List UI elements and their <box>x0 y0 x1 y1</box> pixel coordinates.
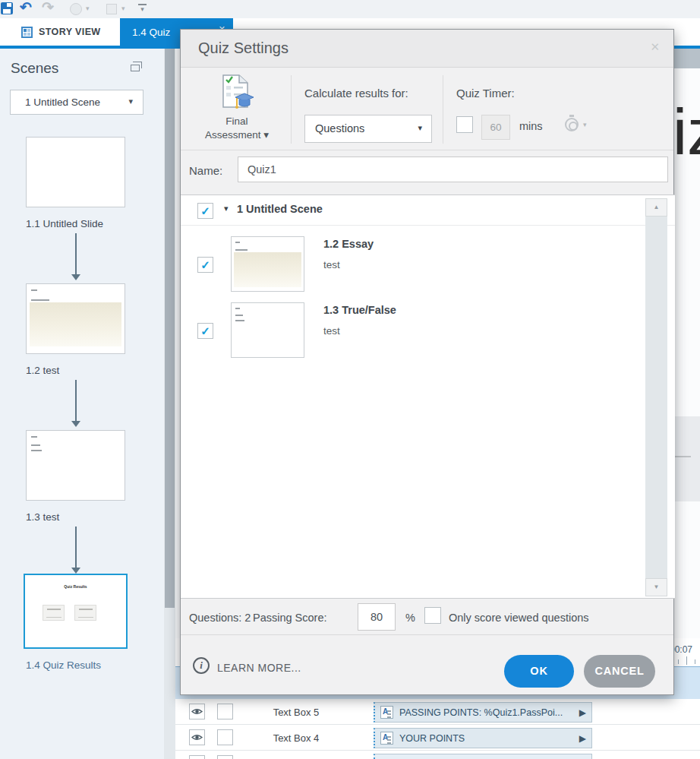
timeline-object-name[interactable]: Text Box 5 <box>247 707 345 718</box>
dialog-title: Quiz Settings <box>198 40 289 57</box>
scenes-panel: Scenes 1 Untitled Scene ▾ 1.1 Untitled S… <box>0 49 164 759</box>
question-list: ✓ ▾ 1 Untitled Scene ✓ 1.2 Essay test ✓ … <box>181 194 675 599</box>
quiz-name-input[interactable] <box>238 157 668 182</box>
question-checkbox[interactable]: ✓ <box>197 257 213 273</box>
tab-quiz-label: 1.4 Quiz <box>132 27 170 38</box>
chevron-down-icon: ▾ <box>418 123 422 133</box>
scenes-panel-title: Scenes <box>11 60 58 77</box>
timeline-row[interactable]: Text Box 5 A PASSING POINTS: %Quiz1.Pass… <box>175 699 700 725</box>
slide-thumbnail-1-2[interactable] <box>26 283 125 354</box>
percent-label: % <box>405 612 415 624</box>
scroll-up-icon[interactable]: ▲ <box>645 198 667 217</box>
visibility-eye-icon[interactable] <box>189 755 205 759</box>
slide-thumbnail-1-1[interactable] <box>26 137 125 207</box>
collapse-panel-icon[interactable] <box>131 65 140 71</box>
quiz-timer-checkbox[interactable] <box>456 116 473 133</box>
questions-count: Questions: 2 <box>189 612 251 624</box>
question-subtitle: test <box>323 259 340 270</box>
result-type-line1: Final <box>188 115 285 128</box>
question-checkbox[interactable]: ✓ <box>197 323 213 339</box>
dialog-header[interactable]: Quiz Settings ✕ <box>181 30 673 68</box>
tree-collapse-icon[interactable]: ▾ <box>224 204 229 213</box>
slide-title-fragment: iz <box>673 99 700 164</box>
bar-expand-arrow-icon[interactable]: ▶ <box>579 707 586 718</box>
timeline-bar-caption: PASSING POINTS: %Quiz1.PassPoi... <box>399 707 576 718</box>
check-icon: ✓ <box>198 258 213 272</box>
passing-score-label: Passing Score: <box>253 612 327 624</box>
scene-tree-row[interactable]: ✓ ▾ 1 Untitled Scene <box>181 195 675 226</box>
thumbnail-quiz-results-title: Quiz Results <box>27 584 124 589</box>
check-icon: ✓ <box>198 204 213 218</box>
slide-label-1-4[interactable]: 1.4 Quiz Results <box>26 659 101 671</box>
cancel-button[interactable]: CANCEL <box>584 655 655 688</box>
question-thumbnail[interactable] <box>231 302 304 358</box>
question-title[interactable]: 1.2 Essay <box>323 238 374 250</box>
visibility-eye-icon[interactable] <box>189 704 205 719</box>
slide-label-1-3[interactable]: 1.3 test <box>26 511 59 523</box>
chevron-down-icon: ▾ <box>128 96 133 106</box>
timeline-object-name[interactable]: Text Box 4 <box>247 732 345 744</box>
undo-icon[interactable]: ↶ <box>20 0 32 16</box>
passing-score-input[interactable] <box>358 603 396 631</box>
flow-arrow-icon <box>71 380 81 427</box>
learn-more-link[interactable]: LEARN MORE... <box>217 662 301 674</box>
flow-arrow-icon <box>71 527 81 574</box>
visibility-eye-icon[interactable] <box>189 729 205 745</box>
lock-checkbox[interactable] <box>217 755 233 759</box>
timeline-object-bar[interactable]: A PASSING POINTS: %Quiz1.PassPoi... ▶ <box>374 702 592 723</box>
storyline-app: ↶ ↷ ▾ ▾ ▾ STORY VIEW 1.4 Quiz ✕ iz 00:07 <box>0 0 700 759</box>
format-painter-caret-icon[interactable]: ▾ <box>86 5 90 12</box>
timeline-row[interactable] <box>175 751 700 759</box>
editor-band <box>674 49 700 68</box>
info-icon: i <box>193 657 210 674</box>
paste-caret-icon[interactable]: ▾ <box>121 5 125 12</box>
scene-selector-dropdown[interactable]: 1 Untitled Scene ▾ <box>10 90 143 115</box>
question-thumbnail[interactable] <box>231 236 304 292</box>
slide-thumbnail-1-3[interactable] <box>26 430 125 501</box>
quiz-settings-dialog: Quiz Settings ✕ Final <box>180 29 674 695</box>
dialog-footer: i LEARN MORE... OK CANCEL <box>181 635 673 696</box>
slide-thumbnail-1-4-selected[interactable]: Quiz Results <box>24 574 128 649</box>
only-score-viewed-label: Only score viewed questions <box>449 612 589 624</box>
paste-icon[interactable] <box>106 4 117 14</box>
calculate-results-label: Calculate results for: <box>304 87 408 100</box>
timer-unit-label: mins <box>519 120 543 132</box>
timer-minutes-input[interactable] <box>481 115 510 140</box>
calculate-results-value: Questions <box>315 122 364 134</box>
question-title[interactable]: 1.3 True/False <box>323 304 396 316</box>
text-box-icon: A <box>380 706 393 719</box>
sidebar-scrollbar-thumb[interactable] <box>165 49 175 608</box>
timeline-object-bar[interactable] <box>374 754 592 759</box>
list-scrollbar-track[interactable]: ▲ ▼ <box>645 198 667 596</box>
scene-tree-label: 1 Untitled Scene <box>237 203 323 215</box>
chevron-down-icon[interactable]: ▾ <box>583 121 587 128</box>
slide-label-1-2[interactable]: 1.2 test <box>26 365 59 376</box>
scene-checkbox[interactable]: ✓ <box>197 203 213 219</box>
lock-checkbox[interactable] <box>217 704 233 719</box>
close-dialog-icon[interactable]: ✕ <box>650 40 660 54</box>
format-painter-icon[interactable] <box>70 3 82 15</box>
tab-story-view[interactable]: STORY VIEW <box>0 18 120 46</box>
save-icon[interactable] <box>1 2 13 14</box>
bar-expand-arrow-icon[interactable]: ▶ <box>579 733 586 744</box>
scroll-down-icon[interactable]: ▼ <box>645 578 667 596</box>
final-assessment-icon <box>219 74 255 112</box>
scene-selector-value: 1 Untitled Scene <box>25 96 100 108</box>
slide-label-1-1[interactable]: 1.1 Untitled Slide <box>26 218 103 229</box>
customize-toolbar-icon[interactable]: ▾ <box>138 4 147 13</box>
question-subtitle: test <box>323 325 340 337</box>
timer-options-icon[interactable] <box>565 118 579 131</box>
editor-panel-fragment <box>674 416 700 501</box>
flow-arrow-icon <box>71 233 81 280</box>
calculate-results-dropdown[interactable]: Questions ▾ <box>304 115 432 143</box>
result-type-dropdown[interactable]: Final Assessment ▾ <box>188 74 285 142</box>
only-score-viewed-checkbox[interactable] <box>424 607 441 624</box>
lock-checkbox[interactable] <box>217 729 233 745</box>
timeline-row[interactable]: Text Box 4 A YOUR POINTS ▶ <box>175 725 700 751</box>
redo-icon[interactable]: ↷ <box>42 0 54 16</box>
dialog-ribbon: Final Assessment ▾ Calculate results for… <box>181 68 673 150</box>
check-icon: ✓ <box>198 324 213 338</box>
timeline-object-bar[interactable]: A YOUR POINTS ▶ <box>374 728 592 748</box>
quiz-stats-row: Questions: 2 Passing Score: % Only score… <box>181 599 673 635</box>
ok-button[interactable]: OK <box>504 655 574 688</box>
